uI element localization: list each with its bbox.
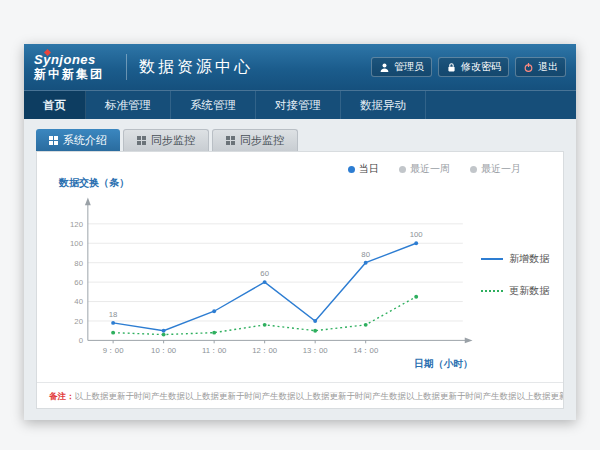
data-exchange-line-chart: 0204060801001209：0010：0011：0012：0013：001… xyxy=(49,190,481,382)
filter-dot-icon xyxy=(399,166,406,173)
nav-item-docking-mgmt[interactable]: 对接管理 xyxy=(256,91,341,119)
svg-text:40: 40 xyxy=(74,297,83,306)
admin-user-button[interactable]: 管理员 xyxy=(371,57,432,77)
nav-item-data-change[interactable]: 数据异动 xyxy=(341,91,426,119)
svg-text:20: 20 xyxy=(74,317,83,326)
filter-dot-icon xyxy=(470,166,477,173)
app-header: Synjones 新中新集团 数据资源中心 管理员 修改密码 退出 xyxy=(24,44,576,90)
filter-last-month[interactable]: 最近一月 xyxy=(470,162,521,176)
user-icon xyxy=(379,62,390,73)
tab-sync-monitor-2[interactable]: 同步监控 xyxy=(212,129,298,151)
svg-text:100: 100 xyxy=(70,239,84,248)
grid-icon xyxy=(49,136,58,145)
svg-text:80: 80 xyxy=(74,259,83,268)
main-nav: 首页 标准管理 系统管理 对接管理 数据异动 xyxy=(24,90,576,119)
filter-dot-icon xyxy=(348,166,355,173)
logo: Synjones 新中新集团 xyxy=(34,53,104,82)
power-icon xyxy=(523,62,534,73)
app-window: Synjones 新中新集团 数据资源中心 管理员 修改密码 退出 xyxy=(24,44,576,420)
admin-user-label: 管理员 xyxy=(394,60,424,74)
svg-text:60: 60 xyxy=(74,278,83,287)
svg-text:14：00: 14：00 xyxy=(353,346,379,355)
time-filter-group: 当日 最近一周 最近一月 xyxy=(37,152,563,176)
grid-icon xyxy=(226,136,235,145)
chart-area: 0204060801001209：0010：0011：0012：0013：001… xyxy=(37,190,563,382)
content-area: 系统介绍 同步监控 同步监控 当日 xyxy=(24,119,576,419)
remark-note: 备注：以上数据更新于时间产生数据以上数据更新于时间产生数据以上数据更新于时间产生… xyxy=(37,382,563,408)
tab-sync-monitor-1-label: 同步监控 xyxy=(151,133,195,148)
blue-line-sample-icon xyxy=(481,258,503,260)
legend-updated-data-label: 更新数据 xyxy=(509,284,549,298)
chart-card: 当日 最近一周 最近一月 数据交换（条） 0204060801001209：00… xyxy=(36,151,564,409)
svg-text:80: 80 xyxy=(361,250,370,259)
svg-text:12：00: 12：00 xyxy=(252,346,278,355)
logo-text: Synjones xyxy=(34,53,104,68)
tab-system-intro[interactable]: 系统介绍 xyxy=(36,129,120,151)
nav-item-system-mgmt[interactable]: 系统管理 xyxy=(171,91,256,119)
header-divider xyxy=(126,54,127,80)
filter-last-week-label: 最近一周 xyxy=(410,162,450,176)
logout-label: 退出 xyxy=(538,60,558,74)
page-title: 数据资源中心 xyxy=(139,57,253,78)
filter-today[interactable]: 当日 xyxy=(348,162,379,176)
remark-text: 以上数据更新于时间产生数据以上数据更新于时间产生数据以上数据更新于时间产生数据以… xyxy=(75,391,564,401)
grid-icon xyxy=(137,136,146,145)
tab-sync-monitor-2-label: 同步监控 xyxy=(240,133,284,148)
nav-item-standard-mgmt[interactable]: 标准管理 xyxy=(86,91,171,119)
y-axis-label: 数据交换（条） xyxy=(59,176,563,190)
svg-text:11：00: 11：00 xyxy=(202,346,227,355)
logo-subtext: 新中新集团 xyxy=(34,68,104,82)
logout-button[interactable]: 退出 xyxy=(515,57,566,77)
tab-sync-monitor-1[interactable]: 同步监控 xyxy=(123,129,209,151)
legend-item-updated-data[interactable]: 更新数据 xyxy=(481,284,559,298)
remark-label: 备注： xyxy=(49,391,75,401)
tab-bar: 系统介绍 同步监控 同步监控 xyxy=(36,129,564,151)
change-password-label: 修改密码 xyxy=(461,60,501,74)
series-legend: 新增数据 更新数据 xyxy=(481,190,559,298)
green-dotted-sample-icon xyxy=(481,290,503,292)
svg-text:13：00: 13：00 xyxy=(303,346,329,355)
change-password-button[interactable]: 修改密码 xyxy=(438,57,509,77)
svg-text:60: 60 xyxy=(260,269,269,278)
filter-last-week[interactable]: 最近一周 xyxy=(399,162,450,176)
legend-new-data-label: 新增数据 xyxy=(509,252,549,266)
svg-text:10：00: 10：00 xyxy=(151,346,177,355)
svg-text:日期（小时）: 日期（小时） xyxy=(414,358,472,370)
svg-text:120: 120 xyxy=(70,220,84,229)
legend-item-new-data[interactable]: 新增数据 xyxy=(481,252,559,266)
svg-text:18: 18 xyxy=(109,310,118,319)
svg-text:0: 0 xyxy=(79,336,84,345)
filter-last-month-label: 最近一月 xyxy=(481,162,521,176)
tab-system-intro-label: 系统介绍 xyxy=(63,133,107,148)
lock-icon xyxy=(446,62,457,73)
svg-text:9：00: 9：00 xyxy=(103,346,124,355)
svg-text:100: 100 xyxy=(410,230,424,239)
nav-item-home[interactable]: 首页 xyxy=(24,91,86,119)
filter-today-label: 当日 xyxy=(359,162,379,176)
